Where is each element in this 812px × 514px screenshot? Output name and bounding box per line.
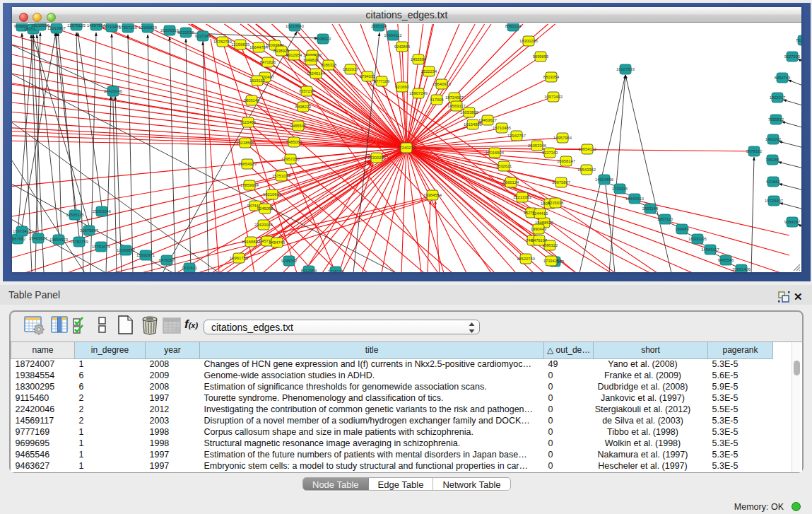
svg-text:9245052: 9245052 bbox=[257, 206, 273, 211]
svg-text:8215938: 8215938 bbox=[548, 201, 564, 205]
svg-text:9465546: 9465546 bbox=[290, 124, 307, 128]
svg-text:19218506: 19218506 bbox=[31, 23, 49, 28]
svg-text:621660: 621660 bbox=[766, 180, 779, 184]
svg-text:2887682: 2887682 bbox=[12, 237, 25, 241]
svg-text:15710485: 15710485 bbox=[102, 25, 121, 29]
svg-text:746266: 746266 bbox=[765, 158, 779, 162]
svg-text:9115460: 9115460 bbox=[240, 120, 256, 124]
svg-text:9242845: 9242845 bbox=[394, 45, 411, 49]
svg-text:1615112: 1615112 bbox=[249, 78, 265, 83]
svg-text:621660: 621660 bbox=[395, 85, 408, 89]
svg-text:2718176: 2718176 bbox=[328, 269, 344, 272]
svg-text:17957255: 17957255 bbox=[281, 157, 300, 161]
svg-text:16782759: 16782759 bbox=[213, 40, 232, 44]
svg-text:199489: 199489 bbox=[675, 227, 688, 231]
svg-text:16154808: 16154808 bbox=[464, 122, 482, 127]
svg-text:10654112: 10654112 bbox=[384, 33, 401, 37]
svg-text:2522234: 2522234 bbox=[421, 69, 437, 74]
svg-text:16543362: 16543362 bbox=[577, 168, 596, 172]
svg-text:12942757: 12942757 bbox=[507, 134, 526, 138]
svg-text:1822017: 1822017 bbox=[343, 67, 359, 71]
svg-text:18640910: 18640910 bbox=[625, 197, 644, 201]
svg-text:8454749: 8454749 bbox=[269, 240, 286, 245]
svg-text:9227343: 9227343 bbox=[195, 34, 211, 38]
svg-text:3267110: 3267110 bbox=[657, 217, 673, 221]
svg-text:8454749: 8454749 bbox=[775, 76, 791, 80]
svg-text:25053346: 25053346 bbox=[528, 144, 546, 148]
svg-text:8186328: 8186328 bbox=[321, 63, 337, 67]
svg-text:1421032: 1421032 bbox=[765, 137, 782, 141]
svg-text:15751074: 15751074 bbox=[272, 174, 291, 178]
svg-text:8938923: 8938923 bbox=[315, 37, 331, 41]
svg-text:7625402: 7625402 bbox=[796, 38, 801, 42]
svg-text:2935114: 2935114 bbox=[371, 24, 387, 28]
svg-text:18300295: 18300295 bbox=[688, 237, 707, 241]
svg-text:19654923: 19654923 bbox=[238, 162, 257, 166]
svg-text:10654112: 10654112 bbox=[578, 147, 596, 151]
svg-text:17957255: 17957255 bbox=[119, 25, 137, 30]
svg-text:15720407: 15720407 bbox=[765, 199, 783, 203]
svg-text:18640910: 18640910 bbox=[433, 82, 451, 86]
svg-text:26206516: 26206516 bbox=[160, 28, 179, 33]
svg-text:8498222: 8498222 bbox=[295, 105, 312, 109]
svg-text:30975867: 30975867 bbox=[552, 180, 570, 185]
svg-text:19654923: 19654923 bbox=[49, 238, 68, 242]
svg-text:17240277: 17240277 bbox=[397, 146, 416, 150]
svg-text:8215938: 8215938 bbox=[178, 30, 194, 35]
svg-text:417006: 417006 bbox=[430, 98, 443, 102]
svg-text:6479197: 6479197 bbox=[531, 238, 548, 243]
svg-text:30975867: 30975867 bbox=[80, 228, 98, 233]
svg-text:1733426: 1733426 bbox=[612, 187, 628, 191]
svg-text:14569117: 14569117 bbox=[447, 104, 465, 108]
svg-text:9699695: 9699695 bbox=[533, 54, 549, 59]
svg-text:16958147: 16958147 bbox=[557, 159, 575, 163]
svg-text:1453594: 1453594 bbox=[411, 57, 427, 62]
svg-text:2803144: 2803144 bbox=[642, 206, 659, 211]
svg-text:20691406: 20691406 bbox=[732, 267, 751, 271]
svg-text:7485063: 7485063 bbox=[286, 140, 302, 144]
svg-text:8660124: 8660124 bbox=[505, 24, 522, 28]
svg-text:7357234: 7357234 bbox=[299, 89, 315, 93]
svg-text:25053346: 25053346 bbox=[93, 209, 111, 214]
svg-text:8471626: 8471626 bbox=[260, 60, 276, 64]
svg-text:9527505: 9527505 bbox=[784, 54, 801, 59]
svg-text:9777109: 9777109 bbox=[374, 79, 390, 83]
svg-text:19166822: 19166822 bbox=[242, 240, 260, 244]
svg-text:2803144: 2803144 bbox=[244, 98, 260, 103]
svg-text:9084067: 9084067 bbox=[784, 220, 801, 224]
svg-text:17016504: 17016504 bbox=[486, 151, 505, 155]
svg-text:16107533: 16107533 bbox=[616, 67, 635, 71]
svg-text:12156829: 12156829 bbox=[139, 25, 157, 30]
svg-text:16520740: 16520740 bbox=[517, 257, 535, 261]
svg-text:7955812: 7955812 bbox=[768, 117, 784, 122]
svg-text:12213967: 12213967 bbox=[47, 26, 66, 30]
svg-text:9794033: 9794033 bbox=[360, 74, 376, 78]
svg-text:15710485: 15710485 bbox=[493, 126, 511, 130]
svg-text:1733426: 1733426 bbox=[543, 259, 560, 263]
svg-text:15751074: 15751074 bbox=[92, 245, 111, 249]
svg-text:14569117: 14569117 bbox=[701, 247, 719, 252]
svg-text:9465546: 9465546 bbox=[718, 258, 734, 262]
svg-text:23420046: 23420046 bbox=[254, 223, 273, 227]
svg-text:18907249: 18907249 bbox=[409, 91, 428, 95]
svg-text:19218506: 19218506 bbox=[236, 141, 254, 145]
svg-text:8912954: 8912954 bbox=[301, 269, 317, 272]
svg-text:12213363: 12213363 bbox=[513, 195, 531, 199]
svg-text:16782759: 16782759 bbox=[70, 240, 88, 244]
svg-text:23420046: 23420046 bbox=[104, 89, 122, 93]
svg-text:8813054: 8813054 bbox=[543, 75, 560, 79]
svg-text:8660124: 8660124 bbox=[503, 180, 519, 185]
svg-text:15692971: 15692971 bbox=[136, 253, 155, 257]
svg-text:7632621: 7632621 bbox=[496, 164, 512, 168]
svg-text:10210643: 10210643 bbox=[263, 192, 281, 197]
svg-text:6479197: 6479197 bbox=[159, 258, 175, 262]
svg-text:18245144: 18245144 bbox=[307, 71, 326, 76]
svg-text:1949822: 1949822 bbox=[303, 58, 319, 62]
svg-text:1244415: 1244415 bbox=[532, 211, 548, 216]
svg-text:9245052: 9245052 bbox=[281, 259, 298, 263]
svg-text:10973493: 10973493 bbox=[13, 229, 31, 233]
svg-text:5878332: 5878332 bbox=[746, 149, 763, 153]
svg-text:8912954: 8912954 bbox=[286, 53, 302, 57]
svg-text:19384554: 19384554 bbox=[423, 193, 442, 197]
svg-text:12975125: 12975125 bbox=[67, 23, 86, 28]
